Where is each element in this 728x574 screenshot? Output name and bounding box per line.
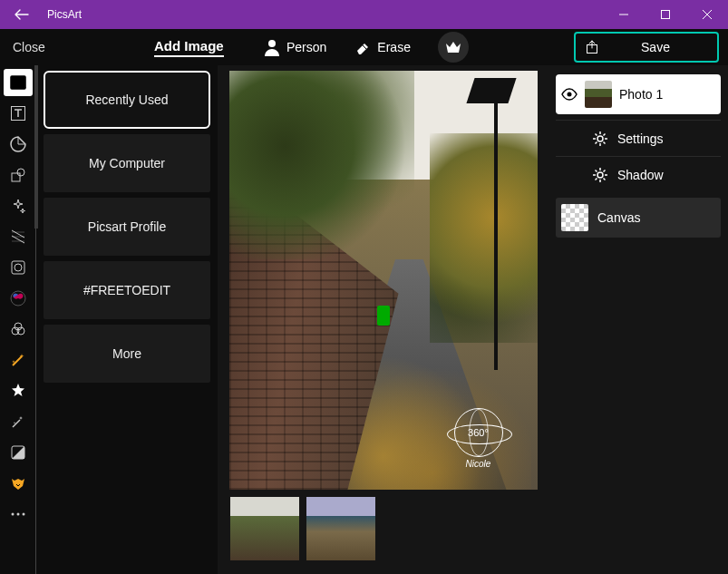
- rail-shape-tool[interactable]: [4, 161, 33, 189]
- rail-fox-tool[interactable]: [4, 470, 33, 497]
- thumbnail-1[interactable]: [230, 497, 299, 560]
- source-more[interactable]: More: [44, 325, 210, 383]
- app-title: PicsArt: [44, 8, 82, 21]
- settings-label: Settings: [617, 131, 664, 146]
- rail-text-tool[interactable]: [4, 100, 33, 127]
- main-area: Recently Used My Computer Picsart Profil…: [0, 65, 728, 574]
- layers-panel: Photo 1 Settings Shadow Canvas: [548, 65, 728, 574]
- layer-canvas[interactable]: Canvas: [556, 198, 721, 238]
- rail-scrollbar[interactable]: [34, 65, 38, 229]
- erase-label: Erase: [377, 40, 411, 54]
- svg-rect-6: [12, 173, 20, 181]
- share-icon: [576, 40, 608, 54]
- source-picsart-profile[interactable]: Picsart Profile: [44, 198, 210, 256]
- svg-point-18: [568, 92, 572, 97]
- add-image-tab[interactable]: Add Image: [154, 38, 224, 57]
- svg-point-15: [11, 513, 14, 516]
- rail-lines-tool[interactable]: [4, 223, 33, 250]
- svg-point-17: [22, 513, 24, 516]
- photo-credit: Nicole: [447, 459, 510, 469]
- layer-shadow[interactable]: Shadow: [556, 156, 721, 192]
- svg-point-9: [15, 264, 22, 271]
- svg-point-1: [268, 40, 276, 47]
- source-my-computer[interactable]: My Computer: [44, 134, 210, 192]
- close-window-button[interactable]: [686, 0, 728, 29]
- image-source-panel: Recently Used My Computer Picsart Profil…: [36, 65, 218, 574]
- layer-settings[interactable]: Settings: [556, 120, 721, 156]
- rail-channels-tool[interactable]: [4, 316, 33, 343]
- source-label: Picsart Profile: [88, 219, 166, 234]
- erase-tool[interactable]: Erase: [354, 38, 411, 56]
- layer-name: Photo 1: [619, 87, 663, 102]
- rail-magic-wand-tool[interactable]: [4, 346, 33, 374]
- svg-point-20: [597, 172, 603, 178]
- person-icon: [263, 38, 281, 56]
- minimize-button[interactable]: [603, 0, 645, 29]
- titlebar: PicsArt: [0, 0, 728, 29]
- svg-point-16: [16, 513, 19, 516]
- thumbnail-2[interactable]: [306, 497, 375, 560]
- source-freetoedit[interactable]: #FREETOEDIT: [44, 261, 210, 319]
- back-button[interactable]: [0, 0, 44, 29]
- rail-star-tool[interactable]: [4, 377, 33, 404]
- canvas-swatch: [561, 204, 588, 231]
- 360-label: 360°: [468, 427, 489, 438]
- rail-image-tool[interactable]: [4, 69, 33, 96]
- eraser-icon: [354, 38, 372, 56]
- person-label: Person: [286, 40, 326, 54]
- rail-contrast-tool[interactable]: [4, 439, 33, 466]
- recent-thumbnails: [227, 497, 375, 560]
- svg-rect-8: [12, 261, 24, 274]
- layer-photo-1[interactable]: Photo 1: [556, 74, 721, 114]
- gear-icon: [592, 131, 608, 147]
- rail-sticker-tool[interactable]: [4, 131, 33, 158]
- source-label: Recently Used: [85, 92, 168, 107]
- svg-rect-0: [662, 11, 670, 19]
- canvas-label: Canvas: [597, 210, 640, 225]
- svg-point-19: [597, 136, 603, 141]
- source-label: My Computer: [89, 156, 165, 170]
- source-recently-used[interactable]: Recently Used: [44, 71, 210, 129]
- source-label: #FREETOEDIT: [83, 283, 170, 297]
- source-label: More: [112, 346, 141, 361]
- visibility-icon[interactable]: [561, 88, 578, 101]
- close-button[interactable]: Close: [0, 40, 45, 54]
- rail-butterfly-tool[interactable]: [4, 285, 33, 312]
- crown-icon: [445, 41, 461, 54]
- top-toolbar: Close Add Image Person Erase Save: [0, 29, 728, 65]
- canvas-area: 360° Nicole: [218, 65, 548, 574]
- svg-point-7: [17, 169, 24, 176]
- person-tool[interactable]: Person: [263, 38, 326, 56]
- rail-more-tool[interactable]: [4, 501, 33, 528]
- layer-thumbnail: [585, 81, 612, 108]
- premium-button[interactable]: [438, 32, 469, 63]
- shadow-label: Shadow: [617, 168, 664, 182]
- 360-badge[interactable]: 360° Nicole: [447, 408, 510, 472]
- save-label: Save: [608, 40, 717, 54]
- rail-magic-brush-tool[interactable]: [4, 408, 33, 435]
- rail-vignette-tool[interactable]: [4, 254, 33, 281]
- rail-sparkle-tool[interactable]: [4, 192, 33, 219]
- maximize-button[interactable]: [645, 0, 686, 29]
- save-button[interactable]: Save: [574, 32, 719, 63]
- gear-icon: [592, 167, 608, 183]
- tool-rail: [0, 65, 36, 574]
- canvas-photo[interactable]: 360° Nicole: [229, 71, 538, 490]
